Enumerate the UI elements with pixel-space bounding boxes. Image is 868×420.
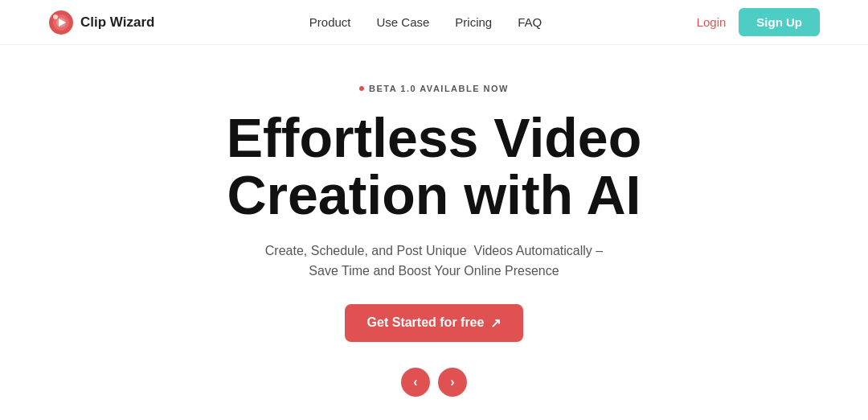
hero-title: Effortless Video Creation with AI (227, 109, 641, 224)
beta-dot (359, 86, 364, 91)
beta-badge: BETA 1.0 AVAILABLE NOW (359, 84, 509, 93)
logo-icon (48, 10, 74, 35)
nav-item-pricing[interactable]: Pricing (455, 15, 492, 29)
beta-text: BETA 1.0 AVAILABLE NOW (369, 84, 509, 93)
login-button[interactable]: Login (697, 15, 727, 29)
svg-point-3 (53, 14, 58, 19)
carousel-prev-button[interactable]: ‹ (401, 368, 430, 397)
nav-links: Product Use Case Pricing FAQ (309, 15, 542, 30)
hero-title-line2: Creation with AI (227, 164, 641, 225)
carousel-controls: ‹ › (401, 368, 467, 397)
cta-arrow-icon: ↗ (490, 315, 501, 331)
cta-label: Get Started for free (367, 315, 485, 330)
hero-section: BETA 1.0 AVAILABLE NOW Effortless Video … (0, 45, 868, 420)
hero-title-line1: Effortless Video (227, 107, 641, 168)
carousel-next-button[interactable]: › (438, 368, 467, 397)
nav-item-faq[interactable]: FAQ (518, 15, 542, 29)
nav-actions: Login Sign Up (697, 8, 820, 36)
logo[interactable]: Clip Wizard (48, 10, 154, 35)
navbar: Clip Wizard Product Use Case Pricing FAQ… (0, 0, 868, 45)
nav-item-product[interactable]: Product (309, 15, 351, 29)
hero-subtitle: Create, Schedule, and Post Unique Videos… (265, 241, 603, 282)
cta-button[interactable]: Get Started for free ↗ (345, 304, 524, 342)
nav-item-usecase[interactable]: Use Case (377, 15, 430, 29)
signup-button[interactable]: Sign Up (739, 8, 820, 36)
logo-text: Clip Wizard (80, 14, 154, 31)
